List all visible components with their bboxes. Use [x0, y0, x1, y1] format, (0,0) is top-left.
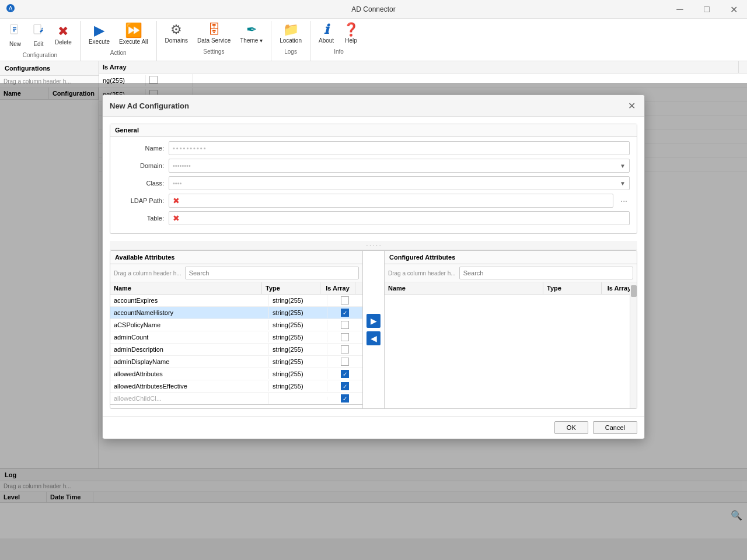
- modal-close-button[interactable]: ✕: [626, 100, 637, 111]
- modal-header: New Ad Configuration ✕: [103, 95, 644, 117]
- name-label: Name:: [117, 145, 164, 152]
- configured-col-name: Name: [385, 282, 543, 294]
- general-section-body: Name: Domain: •••••••• ▼: [110, 136, 637, 233]
- data-service-label: Data Service: [197, 37, 231, 44]
- attributes-section: · · · · · Available Attributes Drag a co…: [110, 241, 637, 409]
- delete-button-label: Delete: [55, 39, 72, 46]
- domain-select-arrow: ▼: [620, 163, 626, 169]
- modal-footer: OK Cancel: [103, 416, 644, 439]
- available-attributes-title: Available Attributes: [110, 251, 362, 264]
- ldap-path-field: ✖: [169, 194, 613, 208]
- location-button-label: Location: [280, 37, 302, 44]
- close-button[interactable]: ✕: [720, 0, 747, 19]
- list-item[interactable]: allowedAttributes string(255) ✓: [110, 368, 362, 380]
- domain-row: Domain: •••••••• ▼: [117, 159, 630, 173]
- toolbar-group-info-label: Info: [334, 48, 344, 57]
- ldap-path-label: LDAP Path:: [117, 197, 164, 204]
- theme-button-label: Theme ▾: [240, 37, 263, 44]
- execute-all-label: Execute All: [119, 38, 148, 45]
- ldap-error-icon: ✖: [173, 196, 180, 205]
- toolbar-group-configuration-label: Configuration: [23, 52, 57, 61]
- theme-button[interactable]: ✒ Theme ▾: [236, 21, 266, 46]
- minimize-button[interactable]: ─: [666, 0, 693, 19]
- new-ad-config-modal: New Ad Configuration ✕ General Name:: [102, 94, 645, 439]
- data-service-button[interactable]: 🗄 Data Service: [194, 21, 234, 46]
- domain-label: Domain:: [117, 162, 164, 169]
- edit-button-label: Edit: [33, 41, 43, 47]
- new-button[interactable]: New: [5, 21, 26, 50]
- maximize-button[interactable]: □: [693, 0, 720, 19]
- list-item[interactable]: accountExpires string(255): [110, 295, 362, 307]
- right-col-isarray: Is Array: [99, 61, 739, 73]
- modal-body: General Name: Domain: •••••••• ▼: [103, 117, 644, 416]
- splitter: · · · · ·: [110, 241, 637, 250]
- ldap-path-row: LDAP Path: ✖ ···: [117, 194, 630, 208]
- available-col-headers: Name Type Is Array: [110, 282, 362, 295]
- available-search-input[interactable]: [185, 267, 359, 279]
- configurations-title: Configurations: [0, 61, 99, 76]
- execute-button[interactable]: ▶ Execute: [85, 21, 113, 47]
- toolbar-group-settings-label: Settings: [203, 48, 224, 57]
- domain-select[interactable]: •••••••• ▼: [169, 159, 630, 173]
- list-item[interactable]: adminDescription string(255): [110, 344, 362, 356]
- toolbar-group-info: ℹ About ❓ Help Info: [310, 21, 367, 61]
- general-section-title: General: [110, 124, 637, 136]
- window-title: AD Connector: [351, 5, 395, 13]
- configured-search-input[interactable]: [459, 267, 633, 279]
- transfer-right-button[interactable]: ▶: [366, 314, 381, 328]
- help-button[interactable]: ❓ Help: [340, 21, 362, 46]
- edit-button[interactable]: Edit: [28, 21, 49, 50]
- configured-scroll-down[interactable]: ▼: [385, 400, 637, 408]
- new-button-label: New: [9, 41, 21, 47]
- name-row: Name:: [117, 141, 630, 155]
- titlebar: A AD Connector ─ □ ✕: [0, 0, 747, 19]
- ldap-dots-button[interactable]: ···: [618, 196, 630, 205]
- toolbar-group-action: ▶ Execute ⏩ Execute All Action: [81, 21, 157, 61]
- name-input[interactable]: [169, 141, 630, 155]
- list-item[interactable]: aCSPolicyName string(255): [110, 319, 362, 331]
- execute-button-label: Execute: [89, 38, 110, 45]
- configured-attr-toolbar: Drag a column header h...: [385, 264, 637, 282]
- about-button-label: About: [319, 37, 334, 44]
- toolbar-group-settings: ⚙ Domains 🗄 Data Service ✒ Theme ▾ Setti…: [157, 21, 272, 61]
- class-select[interactable]: •••• ▼: [169, 176, 630, 190]
- available-attr-rows: accountExpires string(255) accountNameHi…: [110, 295, 362, 408]
- domains-button[interactable]: ⚙ Domains: [162, 21, 191, 46]
- available-attr-toolbar: Drag a column header h...: [110, 264, 362, 282]
- cancel-button[interactable]: Cancel: [593, 421, 637, 434]
- transfer-left-button[interactable]: ◀: [366, 331, 381, 345]
- help-button-label: Help: [345, 37, 357, 44]
- svg-rect-6: [34, 24, 41, 34]
- list-item[interactable]: allowedAttributesEffective string(255) ✓: [110, 380, 362, 393]
- available-col-name: Name: [110, 282, 262, 294]
- delete-button[interactable]: ✖ Delete: [51, 23, 75, 48]
- available-col-isarray: Is Array: [320, 282, 355, 294]
- about-button[interactable]: ℹ About: [315, 21, 337, 46]
- list-item[interactable]: allowedChildCl... ✓: [110, 393, 362, 405]
- table-label: Table:: [117, 215, 164, 222]
- domains-button-label: Domains: [165, 37, 188, 44]
- app-icon: A: [6, 4, 18, 15]
- execute-all-button[interactable]: ⏩ Execute All: [116, 21, 151, 47]
- ok-button[interactable]: OK: [554, 421, 588, 434]
- location-button[interactable]: 📁 Location: [276, 21, 305, 46]
- svg-text:A: A: [9, 5, 13, 12]
- toolbar-group-action-label: Action: [110, 50, 127, 58]
- list-item[interactable]: adminCount string(255): [110, 331, 362, 344]
- class-label: Class:: [117, 180, 164, 187]
- attributes-area: Available Attributes Drag a column heade…: [110, 250, 637, 409]
- configured-attr-rows: [385, 295, 637, 400]
- toolbar: New Edit ✖ Delete Configuration ▶ Execut…: [0, 19, 747, 61]
- right-header: Is Array: [99, 61, 747, 74]
- table-field: ✖: [169, 211, 630, 225]
- list-item[interactable]: adminDisplayName string(255): [110, 356, 362, 368]
- configured-drag-hint: Drag a column header h...: [388, 270, 456, 276]
- configured-attributes-panel: Configured Attributes Drag a column head…: [385, 251, 637, 408]
- configured-col-type: Type: [543, 282, 602, 294]
- modal-title: New Ad Configuration: [110, 102, 189, 110]
- configured-attributes-title: Configured Attributes: [385, 251, 637, 264]
- list-item[interactable]: accountNameHistory string(255) ✓: [110, 307, 362, 319]
- toolbar-group-logs: 📁 Location Logs: [271, 21, 310, 61]
- available-attributes-panel: Available Attributes Drag a column heade…: [110, 251, 363, 408]
- available-drag-hint: Drag a column header h...: [114, 270, 181, 276]
